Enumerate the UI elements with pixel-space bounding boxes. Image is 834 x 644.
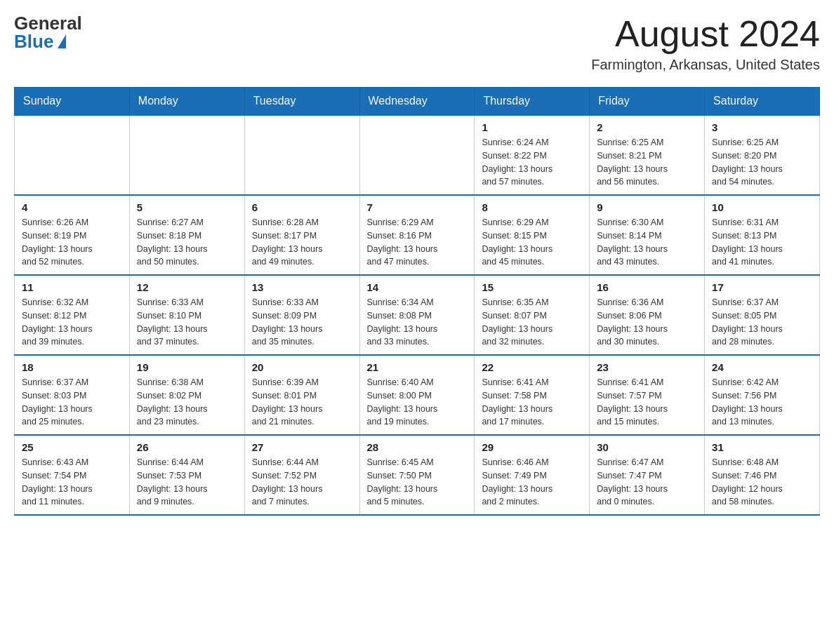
calendar-week-4: 18Sunrise: 6:37 AMSunset: 8:03 PMDayligh… <box>15 355 820 435</box>
day-info: Sunrise: 6:40 AMSunset: 8:00 PMDaylight:… <box>367 376 468 429</box>
day-number: 16 <box>597 281 697 293</box>
day-info: Sunrise: 6:25 AMSunset: 8:21 PMDaylight:… <box>597 136 697 189</box>
logo: General Blue <box>14 14 82 51</box>
day-info: Sunrise: 6:38 AMSunset: 8:02 PMDaylight:… <box>137 376 237 429</box>
day-info: Sunrise: 6:45 AMSunset: 7:50 PMDaylight:… <box>367 456 468 509</box>
table-row: 15Sunrise: 6:35 AMSunset: 8:07 PMDayligh… <box>475 275 590 355</box>
day-info: Sunrise: 6:44 AMSunset: 7:52 PMDaylight:… <box>252 456 352 509</box>
day-number: 5 <box>137 201 237 213</box>
table-row: 28Sunrise: 6:45 AMSunset: 7:50 PMDayligh… <box>359 435 475 515</box>
day-number: 9 <box>597 201 697 213</box>
col-sunday: Sunday <box>15 88 130 116</box>
day-info: Sunrise: 6:26 AMSunset: 8:19 PMDaylight:… <box>22 216 122 269</box>
calendar-week-5: 25Sunrise: 6:43 AMSunset: 7:54 PMDayligh… <box>15 435 820 515</box>
table-row: 5Sunrise: 6:27 AMSunset: 8:18 PMDaylight… <box>129 195 244 275</box>
day-number: 20 <box>252 361 352 373</box>
day-number: 31 <box>712 441 812 453</box>
day-number: 23 <box>597 361 697 373</box>
table-row <box>15 115 130 195</box>
day-info: Sunrise: 6:41 AMSunset: 7:57 PMDaylight:… <box>597 376 697 429</box>
day-number: 26 <box>137 441 237 453</box>
table-row: 29Sunrise: 6:46 AMSunset: 7:49 PMDayligh… <box>475 435 590 515</box>
day-number: 29 <box>482 441 582 453</box>
day-info: Sunrise: 6:31 AMSunset: 8:13 PMDaylight:… <box>712 216 812 269</box>
title-block: August 2024 Farmington, Arkansas, United… <box>591 14 820 73</box>
day-number: 3 <box>712 121 812 133</box>
day-number: 4 <box>22 201 122 213</box>
day-number: 8 <box>482 201 582 213</box>
table-row: 13Sunrise: 6:33 AMSunset: 8:09 PMDayligh… <box>244 275 359 355</box>
table-row: 4Sunrise: 6:26 AMSunset: 8:19 PMDaylight… <box>15 195 130 275</box>
table-row: 8Sunrise: 6:29 AMSunset: 8:15 PMDaylight… <box>475 195 590 275</box>
day-info: Sunrise: 6:48 AMSunset: 7:46 PMDaylight:… <box>712 456 812 509</box>
col-tuesday: Tuesday <box>244 88 359 116</box>
day-number: 30 <box>597 441 697 453</box>
table-row: 20Sunrise: 6:39 AMSunset: 8:01 PMDayligh… <box>244 355 359 435</box>
table-row: 6Sunrise: 6:28 AMSunset: 8:17 PMDaylight… <box>244 195 359 275</box>
day-number: 18 <box>22 361 122 373</box>
table-row: 27Sunrise: 6:44 AMSunset: 7:52 PMDayligh… <box>244 435 359 515</box>
table-row: 12Sunrise: 6:33 AMSunset: 8:10 PMDayligh… <box>129 275 244 355</box>
page-header: General Blue August 2024 Farmington, Ark… <box>14 14 820 73</box>
day-info: Sunrise: 6:39 AMSunset: 8:01 PMDaylight:… <box>252 376 352 429</box>
day-info: Sunrise: 6:29 AMSunset: 8:15 PMDaylight:… <box>482 216 582 269</box>
logo-triangle-icon <box>58 34 66 48</box>
day-info: Sunrise: 6:41 AMSunset: 7:58 PMDaylight:… <box>482 376 582 429</box>
day-info: Sunrise: 6:25 AMSunset: 8:20 PMDaylight:… <box>712 136 812 189</box>
table-row: 24Sunrise: 6:42 AMSunset: 7:56 PMDayligh… <box>705 355 820 435</box>
day-number: 21 <box>367 361 468 373</box>
col-thursday: Thursday <box>475 88 590 116</box>
table-row: 9Sunrise: 6:30 AMSunset: 8:14 PMDaylight… <box>590 195 705 275</box>
day-number: 10 <box>712 201 812 213</box>
day-info: Sunrise: 6:37 AMSunset: 8:05 PMDaylight:… <box>712 296 812 349</box>
day-number: 25 <box>22 441 122 453</box>
table-row: 17Sunrise: 6:37 AMSunset: 8:05 PMDayligh… <box>705 275 820 355</box>
day-info: Sunrise: 6:42 AMSunset: 7:56 PMDaylight:… <box>712 376 812 429</box>
table-row: 10Sunrise: 6:31 AMSunset: 8:13 PMDayligh… <box>705 195 820 275</box>
table-row <box>244 115 359 195</box>
day-info: Sunrise: 6:44 AMSunset: 7:53 PMDaylight:… <box>137 456 237 509</box>
day-info: Sunrise: 6:24 AMSunset: 8:22 PMDaylight:… <box>482 136 582 189</box>
table-row: 22Sunrise: 6:41 AMSunset: 7:58 PMDayligh… <box>475 355 590 435</box>
table-row: 19Sunrise: 6:38 AMSunset: 8:02 PMDayligh… <box>129 355 244 435</box>
day-info: Sunrise: 6:33 AMSunset: 8:10 PMDaylight:… <box>137 296 237 349</box>
day-number: 14 <box>367 281 468 293</box>
table-row: 11Sunrise: 6:32 AMSunset: 8:12 PMDayligh… <box>15 275 130 355</box>
table-row: 14Sunrise: 6:34 AMSunset: 8:08 PMDayligh… <box>359 275 475 355</box>
table-row: 30Sunrise: 6:47 AMSunset: 7:47 PMDayligh… <box>590 435 705 515</box>
calendar-table: Sunday Monday Tuesday Wednesday Thursday… <box>14 87 820 516</box>
day-number: 1 <box>482 121 582 133</box>
day-number: 13 <box>252 281 352 293</box>
day-number: 11 <box>22 281 122 293</box>
day-number: 24 <box>712 361 812 373</box>
day-info: Sunrise: 6:37 AMSunset: 8:03 PMDaylight:… <box>22 376 122 429</box>
day-info: Sunrise: 6:29 AMSunset: 8:16 PMDaylight:… <box>367 216 468 269</box>
table-row: 2Sunrise: 6:25 AMSunset: 8:21 PMDaylight… <box>590 115 705 195</box>
day-info: Sunrise: 6:27 AMSunset: 8:18 PMDaylight:… <box>137 216 237 269</box>
day-info: Sunrise: 6:33 AMSunset: 8:09 PMDaylight:… <box>252 296 352 349</box>
day-info: Sunrise: 6:46 AMSunset: 7:49 PMDaylight:… <box>482 456 582 509</box>
table-row: 16Sunrise: 6:36 AMSunset: 8:06 PMDayligh… <box>590 275 705 355</box>
day-info: Sunrise: 6:36 AMSunset: 8:06 PMDaylight:… <box>597 296 697 349</box>
table-row: 3Sunrise: 6:25 AMSunset: 8:20 PMDaylight… <box>705 115 820 195</box>
calendar-week-3: 11Sunrise: 6:32 AMSunset: 8:12 PMDayligh… <box>15 275 820 355</box>
day-number: 27 <box>252 441 352 453</box>
day-info: Sunrise: 6:34 AMSunset: 8:08 PMDaylight:… <box>367 296 468 349</box>
table-row: 21Sunrise: 6:40 AMSunset: 8:00 PMDayligh… <box>359 355 475 435</box>
table-row: 7Sunrise: 6:29 AMSunset: 8:16 PMDaylight… <box>359 195 475 275</box>
day-info: Sunrise: 6:35 AMSunset: 8:07 PMDaylight:… <box>482 296 582 349</box>
col-monday: Monday <box>129 88 244 116</box>
table-row: 31Sunrise: 6:48 AMSunset: 7:46 PMDayligh… <box>705 435 820 515</box>
table-row: 1Sunrise: 6:24 AMSunset: 8:22 PMDaylight… <box>475 115 590 195</box>
table-row: 23Sunrise: 6:41 AMSunset: 7:57 PMDayligh… <box>590 355 705 435</box>
day-info: Sunrise: 6:43 AMSunset: 7:54 PMDaylight:… <box>22 456 122 509</box>
table-row: 25Sunrise: 6:43 AMSunset: 7:54 PMDayligh… <box>15 435 130 515</box>
day-number: 2 <box>597 121 697 133</box>
table-row <box>129 115 244 195</box>
month-title: August 2024 <box>591 14 820 54</box>
day-number: 7 <box>367 201 468 213</box>
calendar-week-2: 4Sunrise: 6:26 AMSunset: 8:19 PMDaylight… <box>15 195 820 275</box>
day-number: 19 <box>137 361 237 373</box>
day-number: 15 <box>482 281 582 293</box>
day-number: 6 <box>252 201 352 213</box>
